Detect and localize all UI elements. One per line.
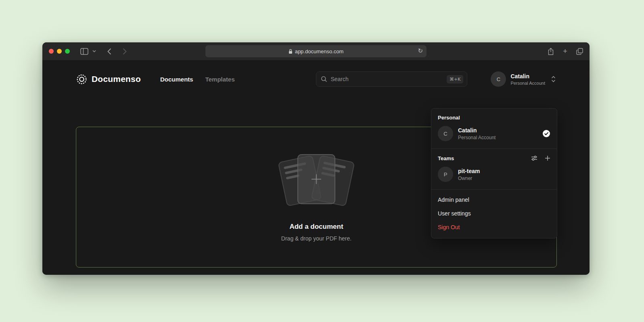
tab-overview-icon[interactable] [576,48,583,55]
refresh-icon[interactable]: ↻ [418,47,423,55]
account-avatar: C [491,71,506,87]
documents-illustration [274,153,359,213]
create-team-icon[interactable] [545,155,550,161]
menu-item-user-settings[interactable]: User settings [431,207,557,220]
menu-teams-section: Teams [431,149,557,189]
browser-titlebar: app.documenso.com ↻ + [42,42,590,60]
search-icon [321,76,327,82]
personal-account-item[interactable]: C Catalin Personal Account [437,125,551,144]
brand[interactable]: Documenso [76,74,141,85]
team-name: pit-team [458,168,480,174]
personal-section-label: Personal [437,113,551,125]
nav-documents[interactable]: Documents [160,76,193,83]
brand-name: Documenso [92,74,141,84]
back-button[interactable] [107,48,111,55]
search-shortcut-badge: ⌘+K [447,75,463,84]
nav-templates[interactable]: Templates [205,76,235,83]
add-document-card [297,154,335,204]
menu-personal-section: Personal C Catalin Personal Account [431,109,557,148]
menu-item-sign-out[interactable]: Sign Out [431,220,557,234]
main-nav: Documents Templates [160,76,235,83]
team-avatar: P [438,167,453,182]
account-menu-trigger[interactable]: C Catalin Personal Account [491,71,556,87]
documenso-logo-icon [76,74,87,85]
menu-item-admin-panel[interactable]: Admin panel [431,193,557,207]
personal-name: Catalin [458,127,496,134]
personal-type: Personal Account [458,135,496,140]
personal-avatar: C [438,126,453,141]
search-box[interactable]: ⌘+K [316,71,467,87]
teams-section-label: Teams [438,155,454,161]
account-type: Personal Account [510,81,545,86]
dropzone-subtitle: Drag & drop your PDF here. [281,235,351,242]
chevron-up-down-icon [551,75,556,83]
sidebar-chevron-icon[interactable] [92,50,96,52]
dropzone-title: Add a document [289,223,343,231]
manage-teams-icon[interactable] [531,155,537,161]
url-text: app.documenso.com [295,48,344,54]
plus-icon [309,172,323,186]
page-content: Documenso Documents Templates ⌘+K C Cata… [42,60,590,275]
lock-icon [289,49,293,54]
close-window-button[interactable] [49,49,54,54]
team-item[interactable]: P pit-team Owner [437,166,551,184]
selected-check-icon [542,130,550,138]
account-dropdown-menu: Personal C Catalin Personal Account [431,108,557,238]
minimize-window-button[interactable] [57,49,62,54]
app-header: Documenso Documents Templates ⌘+K C Cata… [42,60,590,98]
new-tab-icon[interactable]: + [563,47,567,56]
zoom-window-button[interactable] [65,49,70,54]
share-icon[interactable] [548,48,554,55]
traffic-lights [49,49,70,54]
sidebar-toggle-icon[interactable] [80,48,88,55]
menu-actions: Admin panel User settings Sign Out [431,190,557,238]
forward-button[interactable] [123,48,127,55]
search-input[interactable] [330,76,443,82]
browser-window: app.documenso.com ↻ + [42,42,590,275]
account-name: Catalin [510,73,545,79]
address-bar[interactable]: app.documenso.com ↻ [205,45,427,57]
titlebar-right-controls: + [548,47,583,56]
team-role: Owner [458,176,480,181]
